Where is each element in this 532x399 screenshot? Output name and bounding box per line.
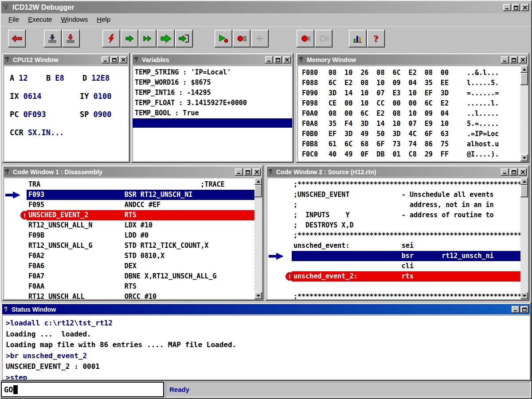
- code-line[interactable]: ; address, not in an in: [267, 200, 520, 210]
- current-line-arrow-icon[interactable]: [4, 190, 27, 200]
- scroll-up-button[interactable]: [254, 178, 262, 185]
- code-line[interactable]: F0A6 DEX: [4, 261, 254, 271]
- code-line[interactable]: F095 ANDCC #EF: [4, 200, 254, 210]
- code-line[interactable]: ; INPUTS Y - address of routine to: [267, 210, 520, 220]
- close-button[interactable]: [283, 56, 291, 63]
- maximize-button[interactable]: [110, 56, 118, 63]
- minimize-button[interactable]: [102, 56, 110, 63]
- minimize-button[interactable]: [265, 56, 273, 63]
- scroll-up-button[interactable]: [520, 178, 528, 185]
- code-line[interactable]: RT12_UNSCH_ALL_G STD RT12_TICK_COUNT,X: [4, 241, 254, 251]
- code-line[interactable]: ;***************************************…: [267, 292, 520, 299]
- menu-help[interactable]: Help: [92, 14, 115, 24]
- variable-item[interactable]: TEMP_STRING : 'IP=Local': [133, 67, 292, 78]
- scrollbar-thumb[interactable]: [520, 185, 528, 197]
- code-line[interactable]: F0A7 DBNE X,RT12_UNSCH_ALL_G: [4, 271, 254, 282]
- scroll-down-button[interactable]: [520, 154, 528, 161]
- scrollbar-thumb[interactable]: [254, 185, 262, 197]
- memory-row[interactable]: F0B0EF 3D 49 50 3D 4C 6F 63.=IP=Loc: [297, 129, 520, 139]
- code-line[interactable]: bsr rt12_unsch_ni: [267, 251, 520, 261]
- scrollbar-track[interactable]: [520, 73, 528, 154]
- close-button[interactable]: [519, 56, 527, 63]
- variable-item[interactable]: TEMP_BOOL : True: [133, 108, 292, 118]
- breakpoint-icon[interactable]: !: [4, 210, 27, 220]
- step-into-button[interactable]: [121, 30, 138, 47]
- vertical-scrollbar[interactable]: [520, 66, 528, 161]
- memory-row[interactable]: F0B861 6C 68 6F 73 74 86 75alhost.u: [297, 139, 520, 149]
- memory-row[interactable]: F0C040 49 0F DB 01 C8 29 FF@I....).: [297, 149, 520, 160]
- variable-item[interactable]: TEMP_FLOAT : 3.1415927E+0000: [133, 98, 292, 108]
- run-log-button[interactable]: [215, 30, 232, 47]
- code-line[interactable]: F09B LDD #0: [4, 231, 254, 241]
- code-line[interactable]: ;***************************************…: [267, 180, 520, 190]
- scrollbar-thumb[interactable]: [520, 73, 528, 85]
- vertical-scrollbar[interactable]: [254, 178, 262, 299]
- maximize-button[interactable]: [244, 168, 252, 176]
- code1-titlebar[interactable]: Code Window 1 : Disassembly: [4, 167, 262, 177]
- statistics-button[interactable]: [349, 30, 367, 47]
- reset-button[interactable]: [102, 30, 120, 47]
- close-button[interactable]: [253, 168, 261, 176]
- minimize-button[interactable]: [512, 306, 520, 313]
- variable-item[interactable]: TEMP_INT16 : -14295: [133, 88, 292, 98]
- maximize-button[interactable]: [510, 168, 518, 176]
- run-to-cursor-button[interactable]: [175, 30, 193, 47]
- reload-program-button[interactable]: [62, 30, 80, 47]
- memory-row[interactable]: F0886C E2 08 10 09 04 35 EEl.....5.: [297, 78, 520, 88]
- command-input[interactable]: GO: [1, 382, 164, 397]
- code-line[interactable]: RT12_UNSCH_ALL_N LDX #10: [4, 220, 254, 231]
- memory-row[interactable]: F098CE 00 10 CC 00 00 6C E2......l.: [297, 98, 520, 109]
- menu-execute[interactable]: Execute: [23, 14, 56, 24]
- minimize-button[interactable]: [501, 168, 509, 176]
- stop-log-button[interactable]: [233, 30, 250, 47]
- cpu12-titlebar[interactable]: CPU12 Window: [4, 55, 129, 65]
- close-button[interactable]: [119, 56, 127, 63]
- status-titlebar[interactable]: Status Window: [2, 304, 530, 314]
- code-line[interactable]: RT12_UNSCH_ALL ORCC #10: [4, 292, 254, 299]
- code-line[interactable]: F0AA RTS: [4, 282, 254, 292]
- toggle-breakpoint-button[interactable]: [297, 30, 314, 47]
- close-button[interactable]: [521, 4, 529, 11]
- code-line[interactable]: !unsched_event_2: rts: [267, 271, 520, 282]
- run-button[interactable]: [157, 30, 175, 47]
- code-line[interactable]: ; DESTROYS X,D: [267, 220, 520, 231]
- variables-titlebar[interactable]: Variables: [133, 55, 292, 65]
- breakpoint-icon[interactable]: !: [267, 271, 292, 282]
- help-button[interactable]: ?: [367, 30, 385, 47]
- maximize-button[interactable]: [510, 56, 518, 63]
- current-line-arrow-icon[interactable]: [267, 251, 292, 261]
- code2-titlebar[interactable]: Code Window 2 : Source (rt12.rtn): [267, 167, 528, 177]
- memory-row[interactable]: F08008 10 26 08 6C E2 08 00..&.l...: [297, 68, 520, 78]
- memory-row[interactable]: F0A835 F4 3D 14 10 07 E9 105.=.....: [297, 119, 520, 129]
- code-line[interactable]: unsched_event: sei: [267, 241, 520, 251]
- code-line[interactable]: !UNSCHED_EVENT_2 RTS: [4, 210, 254, 220]
- selected-row[interactable]: [133, 118, 292, 128]
- maximize-button[interactable]: [274, 56, 282, 63]
- code-line[interactable]: TRA ;TRACE: [4, 180, 254, 190]
- load-program-button[interactable]: [44, 30, 62, 47]
- variable-item[interactable]: TEMP_WORD16 : $8675: [133, 78, 292, 88]
- scroll-up-button[interactable]: [520, 66, 528, 73]
- maximize-button[interactable]: [520, 306, 528, 313]
- close-button[interactable]: [519, 168, 527, 176]
- code-line[interactable]: ;***************************************…: [267, 231, 520, 241]
- memory-row[interactable]: F0903D 14 10 07 E3 10 EF 3D=......=: [297, 88, 520, 98]
- code-line[interactable]: F0A2 STD 0810,X: [4, 251, 254, 261]
- minimize-button[interactable]: [235, 168, 243, 176]
- scrollbar-track[interactable]: [254, 185, 262, 292]
- minimize-button[interactable]: [501, 56, 509, 63]
- step-over-button[interactable]: [139, 30, 156, 47]
- menu-file[interactable]: File: [4, 14, 23, 24]
- code-line[interactable]: ;UNSCHED_EVENT - Unschedule all events: [267, 190, 520, 200]
- code-line[interactable]: cli: [267, 261, 520, 271]
- scroll-down-button[interactable]: [254, 292, 262, 299]
- memory-titlebar[interactable]: Memory Window: [297, 55, 528, 65]
- vertical-scrollbar[interactable]: [520, 178, 528, 299]
- maximize-button[interactable]: [512, 4, 520, 11]
- scroll-down-button[interactable]: [520, 292, 528, 299]
- menu-windows[interactable]: Windows: [56, 14, 92, 24]
- minimize-button[interactable]: [503, 4, 511, 11]
- scrollbar-track[interactable]: [520, 185, 528, 292]
- memory-row[interactable]: F0A008 00 6C E2 08 10 09 04..l.....: [297, 109, 520, 119]
- back-button[interactable]: [8, 30, 26, 47]
